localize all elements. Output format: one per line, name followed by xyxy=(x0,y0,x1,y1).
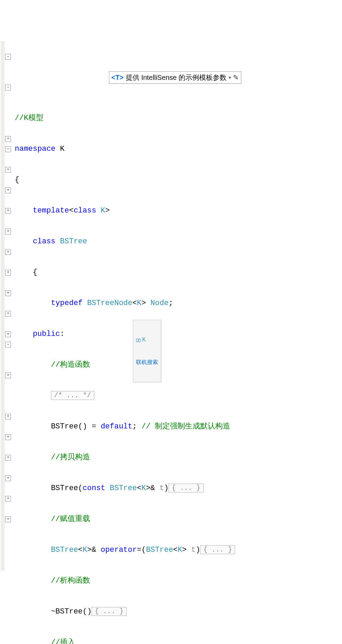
keyword-namespace: namespace xyxy=(15,145,56,153)
fold-button-expand[interactable]: + xyxy=(5,229,11,234)
pencil-icon[interactable]: ✎ xyxy=(233,72,239,83)
fold-button-expand[interactable]: + xyxy=(5,167,11,173)
svg-rect-1 xyxy=(139,339,141,342)
fold-button-collapse[interactable]: − xyxy=(5,342,11,348)
collapsed-code-block[interactable]: { ... } xyxy=(200,545,235,554)
fold-button-expand[interactable]: + xyxy=(5,311,11,317)
keyword-public: public xyxy=(33,330,60,338)
fold-button-expand[interactable]: + xyxy=(5,331,11,337)
collapsed-code-block[interactable]: { ... } xyxy=(91,607,126,616)
fold-button-expand[interactable]: + xyxy=(5,136,11,142)
fold-button-expand[interactable]: + xyxy=(5,517,11,522)
tooltip-namespace-name: K xyxy=(142,336,146,343)
svg-rect-0 xyxy=(136,339,138,342)
template-hint-text: 提供 IntelliSense 的示例模板参数 xyxy=(126,72,227,83)
fold-button-expand[interactable]: + xyxy=(5,434,11,440)
collapsed-code-block[interactable]: { ... } xyxy=(169,484,204,493)
fold-button-collapse[interactable]: − xyxy=(5,85,11,90)
fold-button-expand[interactable]: + xyxy=(5,270,11,276)
fold-button-expand[interactable]: + xyxy=(5,187,11,193)
namespace-icon xyxy=(136,337,141,342)
fold-button-expand[interactable]: + xyxy=(5,373,11,378)
collapsed-comment-block[interactable]: /* ... */ xyxy=(51,391,94,400)
keyword-template: template xyxy=(33,206,69,215)
fold-button-expand[interactable]: + xyxy=(5,496,11,502)
chevron-down-icon[interactable]: ▾ xyxy=(229,72,231,83)
code-editor: //K模型 namespace K { template<class K> cl… xyxy=(0,41,342,644)
fold-button-collapse[interactable]: − xyxy=(5,146,11,152)
fold-button-collapse[interactable]: − xyxy=(5,54,11,60)
fold-button-expand[interactable]: + xyxy=(5,414,11,420)
template-param-label: <T> xyxy=(111,72,124,83)
keyword-class: class xyxy=(33,237,56,246)
code-content[interactable]: //K模型 namespace K { template<class K> cl… xyxy=(12,93,342,644)
tooltip-online-search-link[interactable]: 联机搜索 xyxy=(136,359,158,366)
class-name: BSTree xyxy=(60,237,87,246)
template-intellisense-hint[interactable]: <T> 提供 IntelliSense 的示例模板参数 ▾ ✎ xyxy=(109,71,241,84)
fold-button-expand[interactable]: + xyxy=(5,290,11,296)
symbol-tooltip: K 联机搜索 xyxy=(133,320,161,382)
fold-button-expand[interactable]: + xyxy=(5,455,11,461)
fold-button-expand[interactable]: + xyxy=(5,249,11,255)
comment-line: //构造函数 xyxy=(51,361,90,369)
comment-line: //K模型 xyxy=(15,114,44,122)
namespace-name: K xyxy=(60,145,64,153)
fold-button-expand[interactable]: + xyxy=(5,475,11,481)
fold-button-expand[interactable]: + xyxy=(5,208,11,214)
fold-gutter: − − + − + + + + + + + + + − + + + + + + … xyxy=(0,41,12,644)
